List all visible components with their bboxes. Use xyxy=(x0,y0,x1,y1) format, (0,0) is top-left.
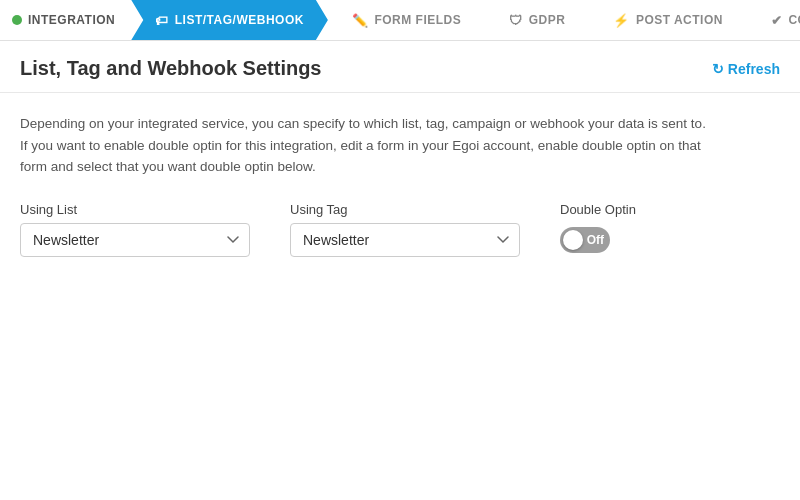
integration-status-dot xyxy=(12,15,22,25)
nav-step-list-label: LIST/TAG/WEBHOOK xyxy=(175,13,304,27)
nav-step-post-label: POST ACTION xyxy=(636,13,723,27)
nav-step-form-label: FORM FIELDS xyxy=(374,13,461,27)
toggle-off-label: Off xyxy=(587,233,604,247)
nav-step-complete[interactable]: ✔ COMPLETE xyxy=(747,0,800,40)
description-line1: Depending on your integrated service, yo… xyxy=(20,116,706,131)
content-header: List, Tag and Webhook Settings ↻ Refresh xyxy=(0,41,800,93)
nav-step-complete-label: COMPLETE xyxy=(788,13,800,27)
using-tag-label: Using Tag xyxy=(290,202,520,217)
content-body: Depending on your integrated service, yo… xyxy=(0,93,800,277)
nav-step-gdpr-label: GDPR xyxy=(529,13,566,27)
edit-icon: ✏️ xyxy=(352,13,369,28)
refresh-icon: ↻ xyxy=(712,61,724,77)
nav-step-post-action[interactable]: ⚡ POST ACTION xyxy=(589,0,747,40)
toggle-slider: Off xyxy=(560,227,610,253)
double-optin-label: Double Optin xyxy=(560,202,636,217)
using-tag-select[interactable]: Newsletter xyxy=(290,223,520,257)
tag-icon: 🏷 xyxy=(155,13,169,28)
main-content: List, Tag and Webhook Settings ↻ Refresh… xyxy=(0,41,800,500)
description-line2: If you want to enable double optin for t… xyxy=(20,138,701,153)
description-line3: form and select that you want double opt… xyxy=(20,159,316,174)
form-fields-row: Using List Newsletter Using Tag Newslett… xyxy=(20,202,780,257)
using-list-select[interactable]: Newsletter xyxy=(20,223,250,257)
step-navigation: INTEGRATION 🏷 LIST/TAG/WEBHOOK ✏️ FORM F… xyxy=(0,0,800,41)
double-optin-group: Double Optin Off xyxy=(560,202,636,253)
nav-step-list-tag-webhook[interactable]: 🏷 LIST/TAG/WEBHOOK xyxy=(131,0,328,40)
page-title: List, Tag and Webhook Settings xyxy=(20,57,322,80)
shield-icon: 🛡 xyxy=(509,13,523,28)
nav-step-integration[interactable]: INTEGRATION xyxy=(0,0,131,40)
description: Depending on your integrated service, yo… xyxy=(20,113,780,178)
bolt-icon: ⚡ xyxy=(613,13,630,28)
refresh-label: Refresh xyxy=(728,61,780,77)
nav-step-gdpr[interactable]: 🛡 GDPR xyxy=(485,0,589,40)
nav-step-form-fields[interactable]: ✏️ FORM FIELDS xyxy=(328,0,485,40)
using-list-group: Using List Newsletter xyxy=(20,202,250,257)
refresh-button[interactable]: ↻ Refresh xyxy=(712,61,780,77)
double-optin-toggle[interactable]: Off xyxy=(560,227,610,253)
nav-step-integration-label: INTEGRATION xyxy=(28,13,115,27)
double-optin-toggle-container: Off xyxy=(560,227,636,253)
check-icon: ✔ xyxy=(771,13,783,28)
using-tag-group: Using Tag Newsletter xyxy=(290,202,520,257)
using-list-label: Using List xyxy=(20,202,250,217)
